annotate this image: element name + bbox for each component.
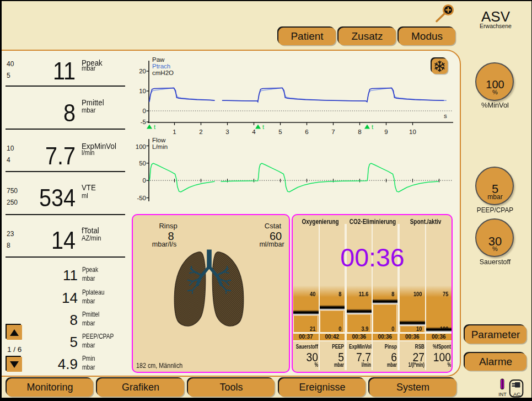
svg-text:100: 100 bbox=[136, 143, 146, 150]
svg-text:s: s bbox=[444, 113, 447, 119]
svg-text:0: 0 bbox=[143, 177, 146, 184]
svg-text:1: 1 bbox=[173, 129, 176, 135]
svg-text:L/min: L/min bbox=[152, 143, 168, 150]
svg-text:50: 50 bbox=[139, 160, 146, 167]
svg-text:20: 20 bbox=[139, 68, 146, 74]
svg-text:9: 9 bbox=[384, 129, 388, 135]
svg-text:10: 10 bbox=[409, 129, 416, 135]
svg-text:7: 7 bbox=[331, 129, 335, 135]
svg-text:cmH2O: cmH2O bbox=[152, 69, 174, 76]
svg-text:3: 3 bbox=[225, 129, 229, 135]
svg-text:5: 5 bbox=[278, 129, 282, 135]
svg-text:AC: AC bbox=[513, 391, 520, 397]
svg-text:2: 2 bbox=[199, 129, 202, 135]
svg-text:4: 4 bbox=[252, 129, 256, 135]
svg-text:t: t bbox=[372, 124, 374, 130]
svg-text:Ptrach: Ptrach bbox=[152, 63, 170, 69]
svg-text:0: 0 bbox=[143, 108, 146, 114]
svg-text:Paw: Paw bbox=[152, 56, 165, 63]
svg-text:t: t bbox=[154, 124, 156, 130]
svg-text:Flow: Flow bbox=[152, 137, 166, 143]
svg-text:6: 6 bbox=[305, 129, 308, 135]
svg-text:10: 10 bbox=[139, 88, 146, 94]
svg-text:t: t bbox=[262, 124, 265, 130]
svg-text:8: 8 bbox=[358, 129, 361, 135]
svg-text:-50: -50 bbox=[137, 195, 146, 201]
svg-text:-5: -5 bbox=[141, 119, 146, 125]
svg-text:INT: INT bbox=[498, 392, 507, 397]
